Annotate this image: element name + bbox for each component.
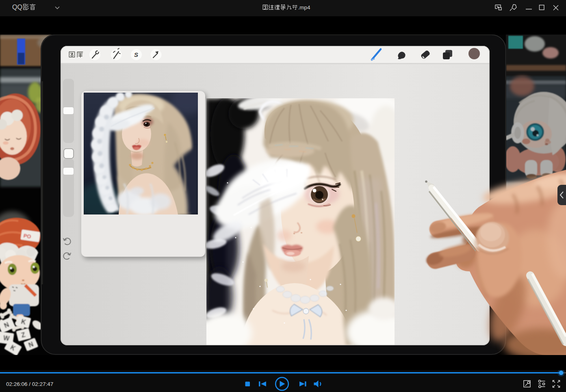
svg-text:QQ: QQ xyxy=(12,4,22,11)
svg-text:PO: PO xyxy=(23,233,32,240)
svg-text:02:26:06 / 02:27:47: 02:26:06 / 02:27:47 xyxy=(6,381,53,387)
svg-text:S: S xyxy=(134,51,138,58)
svg-text:.mp4: .mp4 xyxy=(298,4,311,11)
